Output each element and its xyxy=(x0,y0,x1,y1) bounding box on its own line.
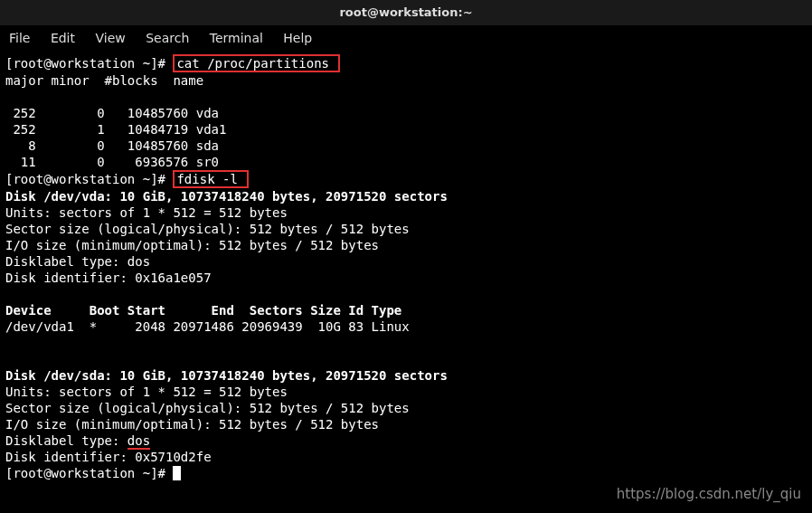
window-titlebar: root@workstation:~ xyxy=(0,0,812,25)
menu-edit[interactable]: Edit xyxy=(51,25,75,51)
output-value-underlined: dos xyxy=(127,433,150,450)
output-line: Disk identifier: 0x5710d2fe xyxy=(5,450,212,464)
prompt: [root@workstation ~]# xyxy=(5,466,173,480)
command-highlight: cat /proc/partitions xyxy=(173,54,340,72)
output-line: 8 0 10485760 sda xyxy=(5,138,219,153)
output-line: 252 1 10484719 vda1 xyxy=(5,122,226,137)
command-highlight: fdisk -l xyxy=(173,170,249,188)
menubar: File Edit View Search Terminal Help xyxy=(0,25,812,51)
menu-terminal[interactable]: Terminal xyxy=(210,25,263,51)
menu-view[interactable]: View xyxy=(95,25,125,51)
prompt: [root@workstation ~]# xyxy=(5,56,173,71)
menu-search[interactable]: Search xyxy=(146,25,189,51)
output-line: Sector size (logical/physical): 512 byte… xyxy=(5,401,410,415)
output-line: Units: sectors of 1 * 512 = 512 bytes xyxy=(5,205,288,220)
output-line: Disk /dev/vda: 10 GiB, 10737418240 bytes… xyxy=(5,189,448,204)
output-line: Disk /dev/sda: 10 GiB, 10737418240 bytes… xyxy=(5,368,448,383)
terminal-cursor xyxy=(173,466,181,480)
output-line: Disk identifier: 0x16a1e057 xyxy=(5,271,212,285)
output-line: major minor #blocks name xyxy=(5,73,203,88)
output-line: 252 0 10485760 vda xyxy=(5,106,219,120)
watermark: https://blog.csdn.net/ly_qiu xyxy=(617,486,801,502)
menu-help[interactable]: Help xyxy=(283,25,312,51)
menu-file[interactable]: File xyxy=(9,25,30,51)
terminal-output[interactable]: [root@workstation ~]# cat /proc/partitio… xyxy=(0,51,812,485)
output-line: I/O size (minimum/optimal): 512 bytes / … xyxy=(5,238,379,252)
window-title: root@workstation:~ xyxy=(339,5,472,19)
output-line: 11 0 6936576 sr0 xyxy=(5,155,219,169)
prompt: [root@workstation ~]# xyxy=(5,172,173,186)
output-line: Device Boot Start End Sectors Size Id Ty… xyxy=(5,303,401,318)
output-line: I/O size (minimum/optimal): 512 bytes / … xyxy=(5,417,379,432)
output-line: /dev/vda1 * 2048 20971486 20969439 10G 8… xyxy=(5,319,410,334)
output-line: Disklabel type: xyxy=(5,433,127,448)
output-line: Units: sectors of 1 * 512 = 512 bytes xyxy=(5,385,288,399)
output-line: Disklabel type: dos xyxy=(5,254,150,269)
output-line: Sector size (logical/physical): 512 byte… xyxy=(5,222,410,236)
